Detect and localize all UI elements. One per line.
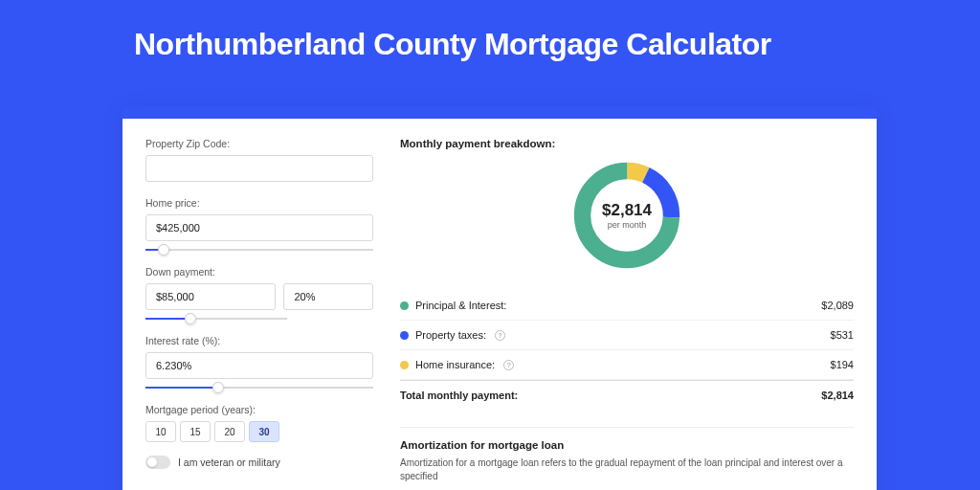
legend-row-total: Total monthly payment: $2,814 [400, 380, 854, 410]
mortgage-period-options: 10 15 20 30 [145, 421, 373, 442]
zip-input[interactable] [145, 155, 373, 182]
home-price-slider-thumb[interactable] [158, 244, 169, 256]
breakdown-title: Monthly payment breakdown: [400, 138, 854, 149]
donut-center-amount: $2,814 [602, 201, 652, 220]
legend-dot-taxes [400, 331, 409, 340]
legend-amount-principal: $2,089 [821, 300, 854, 311]
legend-amount-insurance: $194 [831, 359, 854, 370]
down-payment-label: Down payment: [145, 266, 373, 278]
page-title: Northumberland County Mortgage Calculato… [0, 0, 980, 62]
down-payment-pct-input[interactable] [283, 283, 373, 310]
amortization-section: Amortization for mortgage loan Amortizat… [400, 427, 854, 483]
donut-chart: $2,814 per month [400, 157, 854, 274]
legend-row-insurance: Home insurance: ? $194 [400, 350, 854, 380]
breakdown-column: Monthly payment breakdown: $2,814 per mo… [390, 119, 877, 490]
down-payment-slider-thumb[interactable] [185, 313, 196, 324]
legend-label-principal: Principal & Interest: [415, 300, 506, 311]
form-column: Property Zip Code: Home price: Down paym… [122, 119, 390, 490]
zip-field: Property Zip Code: [145, 138, 373, 182]
home-price-slider[interactable] [145, 249, 373, 251]
home-price-input[interactable] [145, 214, 373, 241]
home-price-field: Home price: [145, 197, 373, 251]
interest-rate-label: Interest rate (%): [145, 335, 373, 346]
calculator-card: Property Zip Code: Home price: Down paym… [122, 107, 877, 490]
period-option-30[interactable]: 30 [249, 421, 279, 442]
interest-rate-input[interactable] [145, 352, 373, 379]
legend-amount-taxes: $531 [831, 329, 854, 341]
veteran-label: I am veteran or military [178, 457, 280, 468]
veteran-row: I am veteran or military [145, 456, 373, 469]
home-price-label: Home price: [145, 197, 373, 209]
help-icon[interactable]: ? [503, 360, 514, 370]
interest-rate-slider-thumb[interactable] [212, 382, 224, 393]
legend-label-taxes: Property taxes: [415, 329, 486, 341]
period-option-20[interactable]: 20 [214, 421, 245, 442]
period-option-10[interactable]: 10 [145, 421, 176, 442]
interest-rate-slider[interactable] [145, 387, 373, 389]
donut-center-sub: per month [602, 220, 652, 230]
down-payment-slider-fill [145, 318, 190, 320]
down-payment-amount-input[interactable] [145, 283, 276, 310]
down-payment-field: Down payment: [145, 266, 373, 320]
interest-rate-slider-fill [145, 387, 218, 389]
down-payment-slider[interactable] [145, 318, 287, 320]
help-icon[interactable]: ? [495, 330, 505, 341]
legend-label-insurance: Home insurance: [415, 359, 495, 370]
amortization-title: Amortization for mortgage loan [400, 439, 854, 451]
legend-dot-principal [400, 301, 409, 310]
zip-label: Property Zip Code: [145, 138, 373, 149]
veteran-toggle[interactable] [145, 456, 170, 469]
interest-rate-field: Interest rate (%): [145, 335, 373, 389]
amortization-text: Amortization for a mortgage loan refers … [400, 457, 854, 483]
mortgage-period-label: Mortgage period (years): [145, 404, 373, 415]
period-option-15[interactable]: 15 [180, 421, 211, 442]
legend-amount-total: $2,814 [821, 390, 854, 401]
page-background: Northumberland County Mortgage Calculato… [0, 0, 980, 490]
legend-dot-insurance [400, 361, 409, 369]
donut-center: $2,814 per month [602, 201, 652, 230]
legend-row-principal: Principal & Interest: $2,089 [400, 291, 854, 321]
legend-row-taxes: Property taxes: ? $531 [400, 321, 854, 350]
legend-label-total: Total monthly payment: [400, 390, 518, 401]
mortgage-period-field: Mortgage period (years): 10 15 20 30 [145, 404, 373, 442]
